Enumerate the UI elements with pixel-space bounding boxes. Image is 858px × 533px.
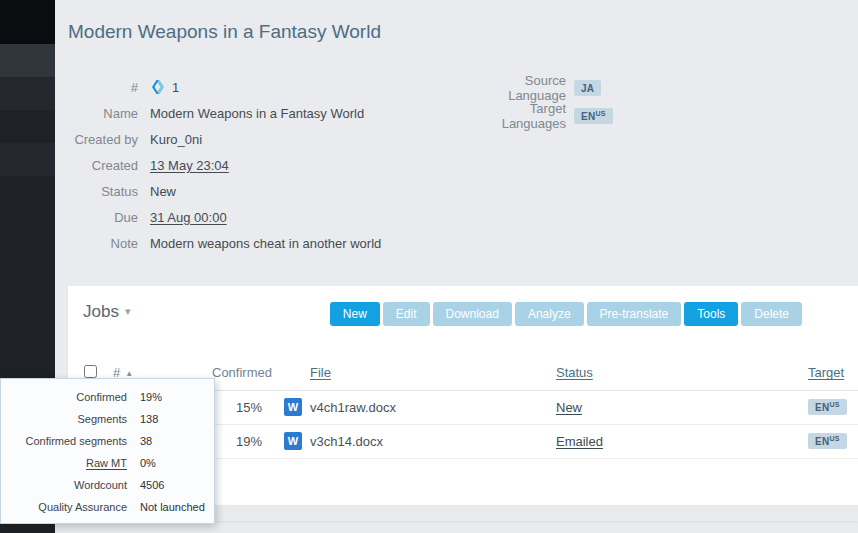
- target-language-badge: ENUS: [574, 108, 613, 124]
- detail-label: Due: [68, 210, 138, 225]
- project-note-value: Modern weapons cheat in another world: [150, 236, 381, 251]
- delete-button[interactable]: Delete: [741, 302, 802, 326]
- tooltip-row-quality-assurance: Quality Assurance Not launched: [1, 496, 214, 518]
- raw-mt-link[interactable]: Raw MT: [1, 457, 127, 469]
- word-file-icon: W: [284, 432, 302, 450]
- chevron-down-icon: ▾: [125, 305, 131, 317]
- job-target-badge: ENUS: [808, 433, 847, 449]
- tooltip-row-raw-mt: Raw MT 0%: [1, 452, 214, 474]
- job-status-link[interactable]: Emailed: [556, 434, 603, 449]
- sidebar-item-1[interactable]: [0, 44, 55, 77]
- sort-ascending-icon: ▲: [125, 369, 133, 378]
- project-details: # 1 Name Modern Weapons in a Fantasy Wor…: [68, 74, 858, 256]
- tooltip-row-confirmed-segments: Confirmed segments 38: [1, 430, 214, 452]
- target-language-row: Target Languages ENUS: [478, 102, 613, 130]
- target-language-label: Target Languages: [478, 101, 566, 131]
- job-status-link[interactable]: New: [556, 400, 582, 415]
- detail-row-note: Note Modern weapons cheat in another wor…: [68, 230, 858, 256]
- project-status-value: New: [150, 184, 176, 199]
- job-target-badge: ENUS: [808, 399, 847, 415]
- due-date-link[interactable]: 31 Aug 00:00: [150, 210, 227, 225]
- detail-label: Note: [68, 236, 138, 251]
- tooltip-row-confirmed: Confirmed 19%: [1, 386, 214, 408]
- analyze-button[interactable]: Analyze: [515, 302, 584, 326]
- detail-label: #: [68, 80, 138, 95]
- detail-row-id: # 1: [68, 74, 858, 100]
- detail-label: Status: [68, 184, 138, 199]
- select-all-checkbox[interactable]: [84, 365, 97, 378]
- detail-row-name: Name Modern Weapons in a Fantasy World: [68, 100, 858, 126]
- jobs-toolbar: New Edit Download Analyze Pre-translate …: [327, 302, 802, 326]
- column-header-target[interactable]: Target: [808, 365, 844, 380]
- detail-label: Name: [68, 106, 138, 121]
- tools-button[interactable]: Tools: [684, 302, 738, 326]
- project-name-value: Modern Weapons in a Fantasy World: [150, 106, 364, 121]
- job-file-name[interactable]: v3ch14.docx: [310, 434, 383, 449]
- jobs-section-title[interactable]: Jobs▾: [83, 302, 130, 322]
- created-date-link[interactable]: 13 May 23:04: [150, 158, 229, 173]
- detail-row-due: Due 31 Aug 00:00: [68, 204, 858, 230]
- job-file-name[interactable]: v4ch1raw.docx: [310, 400, 396, 415]
- jobs-title-text: Jobs: [83, 302, 119, 321]
- job-stats-tooltip: Confirmed 19% Segments 138 Confirmed seg…: [0, 378, 215, 524]
- edit-button[interactable]: Edit: [383, 302, 430, 326]
- detail-label: Created by: [68, 132, 138, 147]
- source-language-label: Source Language: [478, 73, 566, 103]
- sidebar-item-5[interactable]: [0, 176, 55, 209]
- created-by-value: Kuro_0ni: [150, 132, 202, 147]
- project-id-number: 1: [172, 80, 179, 95]
- sidebar-item-3[interactable]: [0, 110, 55, 143]
- detail-label: Created: [68, 158, 138, 173]
- page-title: Modern Weapons in a Fantasy World: [68, 20, 858, 44]
- tooltip-row-segments: Segments 138: [1, 408, 214, 430]
- sidebar-item-4[interactable]: [0, 143, 55, 176]
- new-job-button[interactable]: New: [330, 302, 380, 326]
- language-details: Source Language JA Target Languages ENUS: [478, 74, 613, 130]
- column-header-status[interactable]: Status: [556, 365, 593, 380]
- download-button[interactable]: Download: [433, 302, 512, 326]
- sidebar-item-2[interactable]: [0, 77, 55, 110]
- column-header-file[interactable]: File: [310, 365, 331, 380]
- pretranslate-button[interactable]: Pre-translate: [587, 302, 682, 326]
- detail-row-created-by: Created by Kuro_0ni: [68, 126, 858, 152]
- detail-row-status: Status New: [68, 178, 858, 204]
- word-file-icon: W: [284, 398, 302, 416]
- tooltip-row-wordcount: Wordcount 4506: [1, 474, 214, 496]
- jobs-header: Jobs▾ New Edit Download Analyze Pre-tran…: [68, 286, 858, 356]
- app-logo[interactable]: [0, 0, 55, 44]
- column-header-file-icon: [276, 356, 310, 390]
- detail-row-created: Created 13 May 23:04: [68, 152, 858, 178]
- source-language-row: Source Language JA: [478, 74, 613, 102]
- source-language-badge: JA: [574, 80, 601, 96]
- project-type-icon: [150, 79, 166, 95]
- project-id-value: 1: [150, 79, 179, 95]
